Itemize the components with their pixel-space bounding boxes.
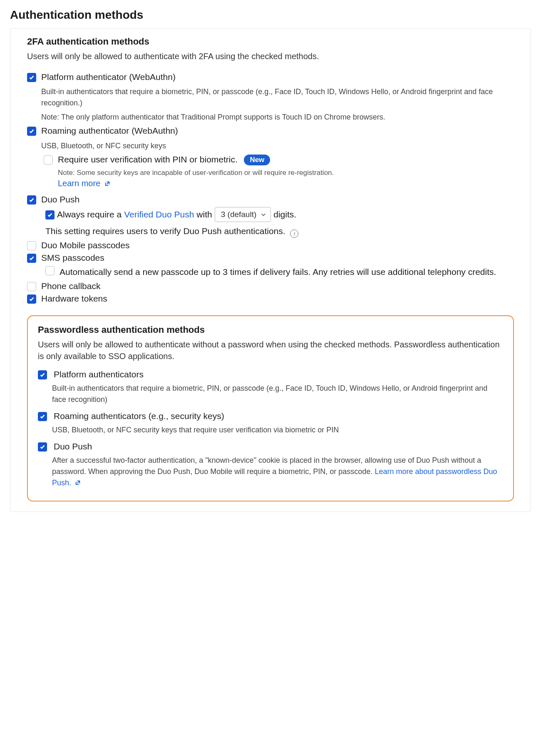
check-icon: [40, 444, 45, 450]
passwordless-section-title: Passwordless authentication methods: [38, 324, 503, 335]
passwordless-section-desc: Users will only be allowed to authentica…: [38, 339, 503, 362]
verified-push-requires: This setting requires users to verify Du…: [45, 226, 514, 238]
phone-callback-checkbox[interactable]: [27, 282, 36, 291]
roaming-learn-more-link[interactable]: Learn more: [58, 179, 110, 188]
require-verification-note: Note: Some security keys are incapable o…: [58, 169, 514, 177]
chevron-down-icon: [261, 212, 266, 217]
sms-row: SMS passcodes: [27, 253, 514, 263]
digits-select[interactable]: 3 (default): [215, 207, 271, 222]
phone-callback-row: Phone callback: [27, 281, 514, 291]
verified-push-suffix: digits.: [273, 210, 296, 220]
pw-platform-checkbox[interactable]: [38, 370, 47, 379]
check-icon: [40, 414, 45, 419]
check-icon: [29, 75, 35, 80]
platform-authenticator-desc: Built-in authenticators that require a b…: [41, 86, 514, 109]
phone-callback-label: Phone callback: [41, 281, 100, 291]
digits-select-value: 3 (default): [221, 210, 257, 219]
pw-duo-push-label: Duo Push: [54, 442, 92, 452]
sms-checkbox[interactable]: [27, 254, 36, 263]
external-link-icon: [75, 478, 81, 489]
pw-platform-row: Platform authenticators: [38, 369, 503, 379]
sms-auto-retry-row: Automatically send a new passcode up to …: [45, 265, 514, 279]
platform-authenticator-label: Platform authenticator (WebAuthn): [41, 72, 176, 82]
platform-authenticator-row: Platform authenticator (WebAuthn): [27, 72, 514, 82]
check-icon: [40, 372, 45, 378]
hardware-tokens-checkbox[interactable]: [27, 294, 36, 304]
duo-push-checkbox[interactable]: [27, 195, 36, 205]
pw-roaming-desc: USB, Bluetooth, or NFC security keys tha…: [52, 424, 503, 436]
link-label: Learn more: [58, 179, 100, 188]
pw-duo-push-row: Duo Push: [38, 442, 503, 452]
pw-roaming-row: Roaming authenticators (e.g., security k…: [38, 411, 503, 421]
roaming-authenticator-row: Roaming authenticator (WebAuthn): [27, 126, 514, 136]
external-link-icon: [104, 179, 110, 189]
auth-methods-panel: 2FA authentication methods Users will on…: [10, 28, 531, 512]
platform-authenticator-checkbox[interactable]: [27, 73, 36, 82]
roaming-authenticator-label: Roaming authenticator (WebAuthn): [41, 126, 178, 136]
sms-label: SMS passcodes: [41, 253, 104, 263]
page-title: Authentication methods: [10, 8, 531, 22]
sms-auto-retry-checkbox[interactable]: [45, 266, 55, 275]
roaming-authenticator-checkbox[interactable]: [27, 127, 36, 136]
duo-push-row: Duo Push: [27, 195, 514, 205]
pw-duo-push-checkbox[interactable]: [38, 442, 47, 452]
require-verification-checkbox[interactable]: [44, 155, 53, 165]
check-icon: [47, 212, 53, 218]
duo-mobile-label: Duo Mobile passcodes: [41, 240, 129, 250]
twofa-section-title: 2FA authentication methods: [27, 36, 514, 47]
check-icon: [29, 128, 35, 134]
verified-push-row: Always require a Verified Duo Push with …: [45, 207, 514, 222]
passwordless-panel: Passwordless authentication methods User…: [27, 315, 514, 502]
pw-duo-push-desc: After a successful two-factor authentica…: [52, 455, 503, 489]
check-icon: [29, 197, 35, 203]
duo-mobile-row: Duo Mobile passcodes: [27, 240, 514, 250]
require-verification-label: Require user verification with PIN or bi…: [58, 155, 238, 164]
roaming-authenticator-desc: USB, Bluetooth, or NFC security keys: [41, 142, 514, 150]
pw-platform-label: Platform authenticators: [54, 369, 144, 379]
pw-roaming-label: Roaming authenticators (e.g., security k…: [54, 411, 224, 421]
hardware-tokens-label: Hardware tokens: [41, 294, 107, 304]
pw-platform-desc: Built-in authenticators that require a b…: [52, 383, 503, 405]
info-icon[interactable]: i: [290, 230, 298, 238]
check-icon: [29, 296, 35, 302]
twofa-section-desc: Users will only be allowed to authentica…: [27, 50, 514, 62]
verified-duo-push-link[interactable]: Verified Duo Push: [124, 210, 194, 220]
require-verification-row: Require user verification with PIN or bi…: [44, 155, 514, 165]
check-icon: [29, 255, 35, 261]
verified-push-prefix: Always require a: [57, 210, 122, 220]
verified-push-checkbox[interactable]: [45, 210, 55, 220]
pw-roaming-checkbox[interactable]: [38, 412, 47, 421]
platform-authenticator-note: Note: The only platform authenticator th…: [41, 113, 514, 122]
verified-push-mid: with: [196, 210, 212, 220]
new-badge: New: [244, 155, 270, 165]
sms-auto-retry-label: Automatically send a new passcode up to …: [60, 265, 496, 279]
hardware-tokens-row: Hardware tokens: [27, 294, 514, 304]
duo-push-label: Duo Push: [41, 195, 79, 205]
duo-mobile-checkbox[interactable]: [27, 241, 36, 250]
